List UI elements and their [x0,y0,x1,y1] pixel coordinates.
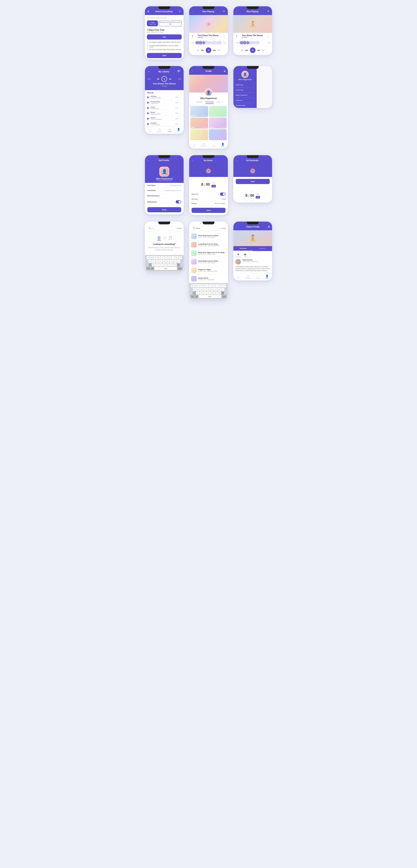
more-icon[interactable]: ⋯ [179,117,181,120]
library-list-item[interactable]: ▶ Sleep Falling Asleep 9:31 ⋯ [145,105,184,111]
nav-profile[interactable]: 👤Profile [265,275,269,279]
key2-d[interactable]: D [200,288,203,291]
key2-return[interactable]: return [221,295,227,298]
plan-tab-monthly[interactable]: Monthly Access [159,20,170,26]
menu-reset-password[interactable]: Reset Password [236,93,254,98]
search-icon[interactable]: 🔍 [177,70,181,73]
play-icon[interactable]: ▶ [147,117,149,120]
reminder-hours[interactable]: 6 7 8 9 10 [245,190,247,201]
key-z[interactable]: Z [152,263,155,267]
done-button[interactable]: Done [147,207,181,212]
key2-v[interactable]: V [207,291,210,294]
grid-item-2[interactable] [209,106,227,117]
key2-c[interactable]: C [203,291,207,294]
start-button[interactable]: Start [147,53,182,58]
back-icon[interactable]: ← [236,159,238,161]
nav-home[interactable]: ⌂Home [237,275,240,279]
result-6[interactable]: Sleep School 10 min 3 sec · Hanz Dome [189,275,228,283]
back-icon[interactable]: ← [147,70,150,73]
menu-set-reminder[interactable]: Set Reminder [236,103,254,108]
key-h[interactable]: H [166,260,169,263]
key2-h[interactable]: H [210,288,214,291]
search-icon[interactable]: 🔍 [223,10,225,13]
key-a[interactable]: A [148,260,152,263]
key-123[interactable]: 123 [146,267,150,270]
tab-overview[interactable]: Overview [233,246,253,251]
shuffle-icon[interactable]: ⇌ [241,49,243,52]
plan-tab-trial[interactable]: 7 Days Free Trial [147,20,158,26]
play-icon[interactable]: ▶ [147,112,149,115]
username-value[interactable]: nilespeppertrout [170,184,181,186]
nav-profile[interactable]: 👤Profile [177,128,180,132]
nav-sounds[interactable]: ♪Sounds [256,275,260,279]
key-r[interactable]: R [158,256,161,259]
key2-n[interactable]: N [214,291,217,294]
repeat-row[interactable]: Repeat Mon Tue Wed › [189,202,228,206]
search-icon[interactable]: 🔍 [179,10,181,13]
key2-space[interactable]: space [199,295,221,298]
waveform[interactable] [196,40,222,45]
tab-likes[interactable]: Likes [217,101,220,104]
prev-icon[interactable]: ⏮ [157,77,160,81]
library-list-item[interactable]: ▶ Relax Deep Relaxation 6:08 ⋯ [145,111,184,116]
more-icon[interactable]: ⋯ [179,107,181,109]
prev-icon[interactable]: ⏮ [201,49,204,52]
back-icon[interactable]: ← [236,10,238,13]
key2-l[interactable]: L [221,288,224,291]
result-2[interactable]: Long Body Scan for Sleep 20 min 25 sec ·… [189,241,228,249]
key2-q[interactable]: Q [191,284,194,287]
reminder-pm-button[interactable]: PM [256,196,260,198]
nav-home[interactable]: ⌂Home [148,128,151,132]
search-icon[interactable]: 🔍 [267,10,270,13]
key-delete[interactable]: ⌫ [177,263,180,267]
grid-item-5[interactable] [190,129,208,140]
waveform-2[interactable] [240,40,266,45]
menu-set-alarm[interactable]: Set Alarm [236,98,254,103]
search-input-2[interactable]: 🔍Sleep [191,226,220,230]
more-icon[interactable]: ⋯ [179,96,181,98]
key2-k[interactable]: K [217,288,221,291]
key-v[interactable]: V [163,263,166,267]
tab-listened[interactable]: Listened [197,101,202,104]
grid-item-1[interactable]: Anxiety Mar 25/2019 [190,106,208,117]
nav-meditations[interactable]: ◫Meditations [157,128,163,132]
key-e[interactable]: E [154,256,157,259]
minutes-scroll[interactable]: 58 59 00 01 02 [206,179,210,190]
settings-icon[interactable]: ⚙ [224,70,225,72]
notifications-toggle[interactable] [176,200,181,204]
key-d[interactable]: D [155,260,159,263]
key-return[interactable]: return [177,267,182,270]
nav-meditations[interactable]: ◫Meditations [245,275,251,279]
key-shift[interactable]: ⇧ [148,263,152,267]
set-time-value[interactable]: 10:00 [221,198,225,200]
nav-sounds[interactable]: ♪Sounds [212,143,216,147]
key2-y[interactable]: Y [209,284,212,287]
am-button[interactable]: AM [211,182,216,184]
back-icon[interactable]: ← [147,159,149,161]
library-list-item[interactable]: ▶ Nature Tibetan Meditation 3:27 ⋯ [145,116,184,121]
next-icon[interactable]: ⏭ [257,49,260,52]
result-3[interactable]: Body Scan Upper Part of The Body 27 min … [189,249,228,257]
menu-edit-profile[interactable]: Edit Profile [236,83,254,88]
key-s[interactable]: S [152,260,155,263]
key2-m[interactable]: M [217,291,221,294]
next-icon[interactable]: ⏭ [213,49,216,52]
key2-i[interactable]: I [216,284,219,287]
pm-button[interactable]: PM [211,185,216,187]
back-icon[interactable]: ← [192,159,194,161]
nav-meditations[interactable]: ◫Meditations [201,143,207,147]
shuffle-icon[interactable]: ⇌ [197,49,199,52]
field-password[interactable]: Reset Password › [145,193,184,199]
result-1[interactable]: Short Body Scan for Sleep 10 min 7 sec ·… [189,232,228,241]
key2-z[interactable]: Z [196,291,200,294]
repeat-icon[interactable]: ↻ [262,49,264,52]
back-icon[interactable]: ← [192,70,194,72]
key2-w[interactable]: W [195,284,198,287]
more-icon[interactable]: ⋯ [179,112,181,114]
key2-mic[interactable]: 🎤 [195,295,198,298]
play-pause-button[interactable]: ⏸ [162,76,167,82]
search-input[interactable]: 🔍Text [147,226,176,230]
key2-j[interactable]: J [214,288,217,291]
plan-tab-lifetime[interactable]: Lifetime Access [171,20,182,26]
key-c[interactable]: C [159,263,162,267]
